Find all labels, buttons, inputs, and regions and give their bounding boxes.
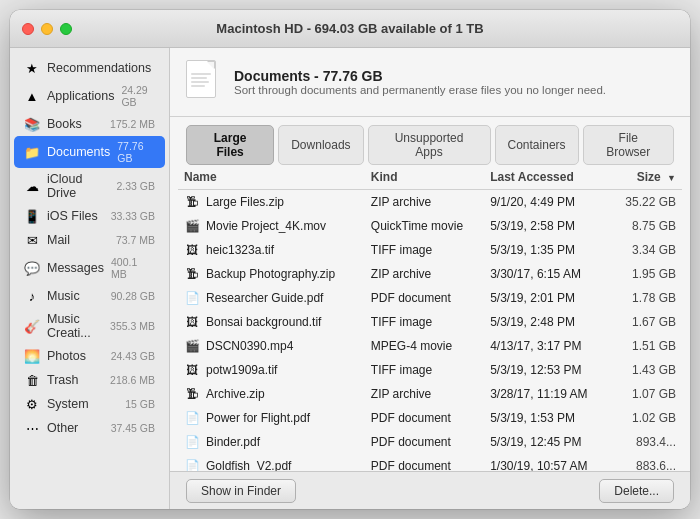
file-name-cell: 🖼potw1909a.tif xyxy=(178,358,365,382)
trash-size: 218.6 MB xyxy=(110,374,155,386)
sidebar-item-photos[interactable]: 🌅Photos24.43 GB xyxy=(14,344,165,368)
file-kind-cell: MPEG-4 movie xyxy=(365,334,484,358)
file-size-cell: 1.02 GB xyxy=(609,406,682,430)
mail-label: Mail xyxy=(47,233,109,247)
books-label: Books xyxy=(47,117,103,131)
file-icon: 📄 xyxy=(184,410,200,426)
table-row[interactable]: 🗜Archive.zipZIP archive3/28/17, 11:19 AM… xyxy=(178,382,682,406)
messages-icon: 💬 xyxy=(24,260,40,276)
music-creation-icon: 🎸 xyxy=(24,318,40,334)
sidebar-item-ios-files[interactable]: 📱iOS Files33.33 GB xyxy=(14,204,165,228)
sidebar-item-documents[interactable]: 📁Documents77.76 GB xyxy=(14,136,165,168)
file-kind-cell: QuickTime movie xyxy=(365,214,484,238)
system-label: System xyxy=(47,397,118,411)
sidebar-item-trash[interactable]: 🗑Trash218.6 MB xyxy=(14,368,165,392)
tabs-bar: Large FilesDownloadsUnsupported AppsCont… xyxy=(170,117,690,165)
books-icon: 📚 xyxy=(24,116,40,132)
sidebar-item-messages[interactable]: 💬Messages400.1 MB xyxy=(14,252,165,284)
table-row[interactable]: 📄Goldfish_V2.pdfPDF document1/30/19, 10:… xyxy=(178,454,682,471)
sidebar-item-recommendations[interactable]: ★Recommendations xyxy=(14,56,165,80)
table-row[interactable]: 📄Binder.pdfPDF document5/3/19, 12:45 PM8… xyxy=(178,430,682,454)
section-description: Sort through documents and permanently e… xyxy=(234,84,606,96)
sidebar-item-mail[interactable]: ✉Mail73.7 MB xyxy=(14,228,165,252)
tab-large-files[interactable]: Large Files xyxy=(186,125,274,165)
file-size-cell: 3.34 GB xyxy=(609,238,682,262)
file-name-cell: 📄Power for Flight.pdf xyxy=(178,406,365,430)
documents-icon: 📁 xyxy=(24,144,40,160)
window-title: Macintosh HD - 694.03 GB available of 1 … xyxy=(216,21,483,36)
tab-containers[interactable]: Containers xyxy=(495,125,579,165)
documents-size: 77.76 GB xyxy=(117,140,155,164)
delete-button[interactable]: Delete... xyxy=(599,479,674,503)
main-window: Macintosh HD - 694.03 GB available of 1 … xyxy=(10,10,690,509)
sidebar-item-other[interactable]: ⋯Other37.45 GB xyxy=(14,416,165,440)
file-name: Large Files.zip xyxy=(206,195,284,209)
sidebar-item-books[interactable]: 📚Books175.2 MB xyxy=(14,112,165,136)
file-size-cell: 1.67 GB xyxy=(609,310,682,334)
sidebar-item-music-creation[interactable]: 🎸Music Creati...355.3 MB xyxy=(14,308,165,344)
tab-file-browser[interactable]: File Browser xyxy=(583,125,674,165)
file-size-cell: 35.22 GB xyxy=(609,190,682,215)
col-size[interactable]: Size ▼ xyxy=(609,165,682,190)
table-row[interactable]: 🗜Large Files.zipZIP archive9/1/20, 4:49 … xyxy=(178,190,682,215)
table-row[interactable]: 🖼heic1323a.tifTIFF image5/3/19, 1:35 PM3… xyxy=(178,238,682,262)
file-name-cell: 🗜Backup Photography.zip xyxy=(178,262,365,286)
file-name-cell: 🖼Bonsai background.tif xyxy=(178,310,365,334)
col-name[interactable]: Name xyxy=(178,165,365,190)
table-row[interactable]: 🎬DSCN0390.mp4MPEG-4 movie4/13/17, 3:17 P… xyxy=(178,334,682,358)
tab-unsupported-apps[interactable]: Unsupported Apps xyxy=(368,125,491,165)
close-button[interactable] xyxy=(22,23,34,35)
table-row[interactable]: 🖼potw1909a.tifTIFF image5/3/19, 12:53 PM… xyxy=(178,358,682,382)
sidebar-item-music[interactable]: ♪Music90.28 GB xyxy=(14,284,165,308)
tab-downloads[interactable]: Downloads xyxy=(278,125,363,165)
file-name: Archive.zip xyxy=(206,387,265,401)
sidebar-item-applications[interactable]: ▲Applications24.29 GB xyxy=(14,80,165,112)
file-kind-cell: TIFF image xyxy=(365,238,484,262)
table-row[interactable]: 🗜Backup Photography.zipZIP archive3/30/1… xyxy=(178,262,682,286)
file-access-cell: 1/30/19, 10:57 AM xyxy=(484,454,609,471)
file-icon: 🎬 xyxy=(184,338,200,354)
show-in-finder-button[interactable]: Show in Finder xyxy=(186,479,296,503)
col-last-accessed[interactable]: Last Accessed xyxy=(484,165,609,190)
file-icon: 🗜 xyxy=(184,194,200,210)
recommendations-label: Recommendations xyxy=(47,61,155,75)
file-name: heic1323a.tif xyxy=(206,243,274,257)
col-kind[interactable]: Kind xyxy=(365,165,484,190)
mail-icon: ✉ xyxy=(24,232,40,248)
sidebar-item-icloud-drive[interactable]: ☁iCloud Drive2.33 GB xyxy=(14,168,165,204)
traffic-lights xyxy=(22,23,72,35)
file-icon: 🗜 xyxy=(184,266,200,282)
file-icon: 🎬 xyxy=(184,218,200,234)
file-kind-cell: TIFF image xyxy=(365,358,484,382)
file-icon: 📄 xyxy=(184,434,200,450)
photos-label: Photos xyxy=(47,349,104,363)
messages-label: Messages xyxy=(47,261,104,275)
file-size-cell: 893.4... xyxy=(609,430,682,454)
documents-label: Documents xyxy=(47,145,110,159)
file-kind-cell: ZIP archive xyxy=(365,190,484,215)
minimize-button[interactable] xyxy=(41,23,53,35)
music-creation-size: 355.3 MB xyxy=(110,320,155,332)
main-header: Documents - 77.76 GB Sort through docume… xyxy=(170,48,690,117)
file-access-cell: 5/3/19, 12:53 PM xyxy=(484,358,609,382)
file-kind-cell: TIFF image xyxy=(365,310,484,334)
table-row[interactable]: 📄Researcher Guide.pdfPDF document5/3/19,… xyxy=(178,286,682,310)
sidebar-item-system[interactable]: ⚙System15 GB xyxy=(14,392,165,416)
file-table-container[interactable]: Name Kind Last Accessed Size ▼ 🗜Large Fi… xyxy=(170,165,690,471)
icloud-drive-size: 2.33 GB xyxy=(116,180,155,192)
music-creation-label: Music Creati... xyxy=(47,312,103,340)
file-kind-cell: PDF document xyxy=(365,430,484,454)
table-row[interactable]: 📄Power for Flight.pdfPDF document5/3/19,… xyxy=(178,406,682,430)
trash-label: Trash xyxy=(47,373,103,387)
file-name-cell: 🎬Movie Project_4K.mov xyxy=(178,214,365,238)
file-name-cell: 🗜Large Files.zip xyxy=(178,190,365,215)
file-size-cell: 1.43 GB xyxy=(609,358,682,382)
file-access-cell: 5/3/19, 2:01 PM xyxy=(484,286,609,310)
ios-files-size: 33.33 GB xyxy=(111,210,155,222)
table-row[interactable]: 🖼Bonsai background.tifTIFF image5/3/19, … xyxy=(178,310,682,334)
applications-label: Applications xyxy=(47,89,114,103)
table-row[interactable]: 🎬Movie Project_4K.movQuickTime movie5/3/… xyxy=(178,214,682,238)
maximize-button[interactable] xyxy=(60,23,72,35)
file-size-cell: 883.6... xyxy=(609,454,682,471)
system-icon: ⚙ xyxy=(24,396,40,412)
